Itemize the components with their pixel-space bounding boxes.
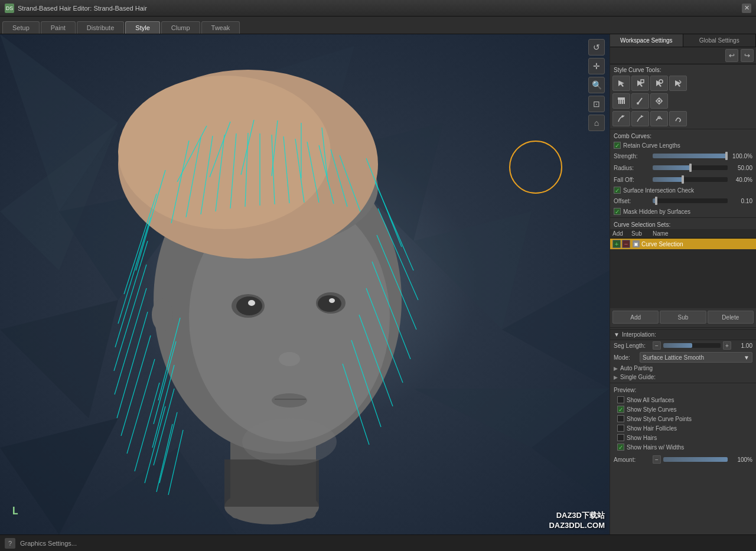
svg-point-72 [329,298,335,303]
mode-row: Mode: Surface Lattice Smooth ▼ [610,351,756,364]
radius-label: Radius: [614,165,650,171]
svg-rect-86 [618,100,620,104]
graphics-settings-button[interactable]: Graphics Settings... [20,540,77,547]
auto-parting-row[interactable]: ▶ Auto Parting [610,364,756,373]
delete-set-button[interactable]: Delete [708,311,754,324]
seg-length-minus[interactable]: − [653,341,661,350]
curve-selection-sets-label: Curve Selection Sets: [610,219,756,229]
strength-slider[interactable] [653,154,728,158]
offset-slider[interactable] [653,198,728,203]
vp-home-btn[interactable]: ⌂ [588,115,605,131]
show-hair-follicles-label: Show Hair Follicles [627,425,677,432]
tool-row-1 [610,74,756,92]
show-all-surfaces-checkbox[interactable] [617,396,624,403]
offset-value: 0.10 [730,198,752,204]
tabbar: Setup Paint Distribute Style Clump Tweak [0,17,756,34]
show-hair-follicles-checkbox[interactable] [617,425,624,432]
svg-point-19 [118,76,331,229]
status-question-icon[interactable]: ? [5,538,15,549]
seg-length-slider[interactable] [663,343,721,348]
main-area: ↺ ✛ 🔍 ⊡ ⌂ L DAZ3D下载站 DAZ3DDL.COM Workspa… [0,34,756,534]
vp-frame-btn[interactable]: ⊡ [588,96,605,112]
curl-tool[interactable] [669,111,687,126]
tab-workspace-settings[interactable]: Workspace Settings [610,34,683,47]
select-tool-1[interactable] [612,76,630,91]
show-hairs-label: Show Hairs [627,435,657,441]
vp-rotate-btn[interactable]: ↺ [588,39,605,56]
vp-zoom-btn[interactable]: 🔍 [588,77,605,93]
svg-marker-6 [0,300,118,418]
vp-pan-btn[interactable]: ✛ [588,58,605,74]
amount-value: 100% [730,457,752,463]
offset-label: Offset: [614,198,650,204]
radius-slider[interactable] [653,165,728,170]
seg-length-plus[interactable]: + [723,341,731,350]
single-guide-label: Single Guide: [620,374,656,380]
tab-tweak[interactable]: Tweak [201,21,240,34]
interpolation-header[interactable]: ▼ Interpolation: [610,329,756,340]
offset-row: Offset: 0.10 [610,195,756,207]
brush-circle [509,141,562,194]
right-panel: Workspace Settings Global Settings ↩ ↪ S… [610,34,756,534]
show-style-curve-points-checkbox[interactable] [617,415,624,422]
curve-selection-icon: ▣ [633,240,640,247]
svg-point-73 [279,352,300,366]
amount-minus[interactable]: − [653,455,661,464]
svg-rect-77 [224,459,319,507]
retain-curve-lengths-checkbox[interactable]: ✓ [614,142,621,149]
smooth-tool[interactable] [650,111,668,126]
sets-plus-button[interactable]: + [612,240,621,248]
single-guide-row[interactable]: ▶ Single Guide: [610,373,756,382]
fall-off-slider[interactable] [653,177,728,182]
fall-off-value: 40.0% [730,177,752,183]
show-style-curves-row: ✓ Show Style Curves [614,405,752,414]
separator-4 [610,383,756,383]
select-tool-4[interactable] [669,76,687,91]
tab-global-settings[interactable]: Global Settings [683,34,757,47]
close-button[interactable]: ✕ [742,4,751,13]
svg-line-90 [638,98,642,103]
tab-setup[interactable]: Setup [2,21,40,34]
amount-row: Amount: − 100% [610,454,756,465]
svg-point-76 [152,298,173,331]
sets-row-name: ▣ Curve Selection [631,240,754,247]
surface-intersection-checkbox[interactable]: ✓ [614,187,621,194]
mode-dropdown-arrow: ▼ [744,354,750,361]
comb-tool[interactable] [612,93,630,109]
show-hairs-checkbox[interactable] [617,434,624,441]
curve-selection-row[interactable]: + − ▣ Curve Selection [610,239,756,249]
mode-dropdown[interactable]: Surface Lattice Smooth ▼ [640,352,752,363]
strength-value: 100.0% [730,153,752,159]
fall-off-row: Fall Off: 40.0% [610,174,756,185]
radius-value: 50.00 [730,165,752,171]
sub-set-button[interactable]: Sub [660,311,706,324]
svg-point-70 [318,295,341,312]
svg-rect-88 [622,100,623,104]
brush-tool[interactable] [631,93,649,109]
sets-minus-button[interactable]: − [622,240,630,248]
tab-distribute[interactable]: Distribute [77,21,124,34]
tab-paint[interactable]: Paint [41,21,76,34]
settings-tool[interactable] [650,93,668,109]
add-point-tool[interactable] [612,111,630,126]
svg-line-41 [121,335,151,436]
svg-point-93 [658,100,660,102]
svg-point-71 [248,300,255,306]
viewport[interactable]: ↺ ✛ 🔍 ⊡ ⌂ L DAZ3D下载站 DAZ3DDL.COM [0,34,610,534]
svg-rect-81 [641,80,644,83]
mode-value: Surface Lattice Smooth [643,354,704,361]
undo-button[interactable]: ↩ [725,49,738,62]
axis-indicator: L [12,504,18,517]
add-set-button[interactable]: Add [612,311,659,324]
mask-hidden-checkbox[interactable]: ✓ [614,208,621,215]
remove-point-tool[interactable] [631,111,649,126]
amount-slider[interactable] [663,457,728,462]
select-tool-3[interactable] [650,76,668,91]
show-hairs-widths-checkbox[interactable]: ✓ [617,444,624,451]
surface-intersection-label: Surface Intersection Check [623,187,694,194]
show-style-curves-checkbox[interactable]: ✓ [617,406,624,413]
redo-button[interactable]: ↪ [741,49,754,62]
tab-clump[interactable]: Clump [161,21,200,34]
select-tool-2[interactable] [631,76,649,91]
tab-style[interactable]: Style [125,21,159,34]
